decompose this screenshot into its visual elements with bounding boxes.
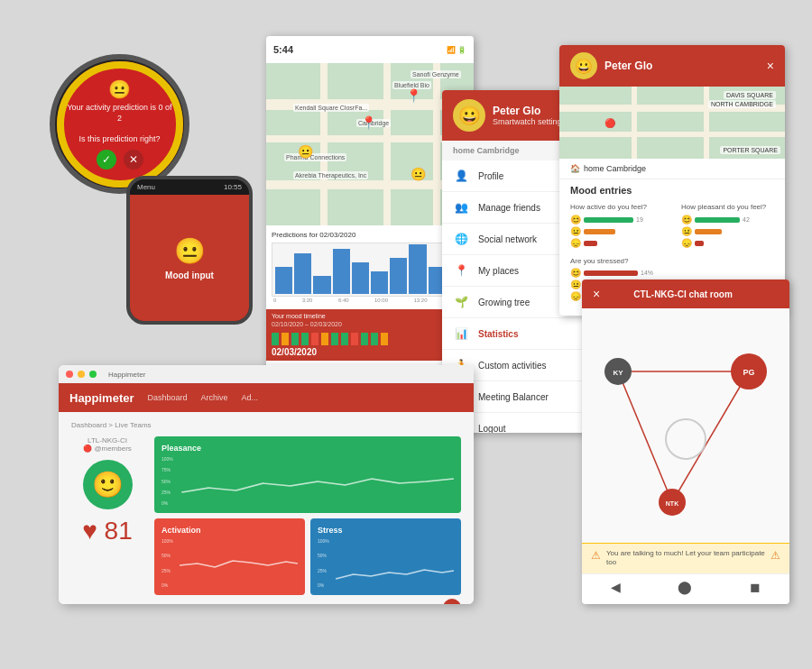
svg-line-2 bbox=[618, 371, 672, 502]
mood-location-bar: 🏠 home Cambridge bbox=[559, 159, 785, 179]
mood-location-2: NORTH CAMBRIDGE bbox=[708, 100, 776, 108]
chat-home-btn[interactable]: ⬤ bbox=[678, 580, 692, 594]
titlebar-close-dot[interactable] bbox=[66, 371, 73, 378]
dashboard-subtitle: LTL-NKG-CI🔴 @members bbox=[83, 436, 132, 453]
mood-bar-active-1 bbox=[584, 217, 633, 223]
settings-label-places: My places bbox=[478, 266, 519, 276]
settings-label-profile: Profile bbox=[478, 171, 503, 181]
map-label-4: Pharma Connections bbox=[284, 153, 346, 161]
card-activation: Activation 100% 50% 25% 0% bbox=[154, 518, 305, 595]
titlebar-maximize-dot[interactable] bbox=[89, 371, 97, 378]
mood-map-thumbnail: DAVIS SQUARE NORTH CAMBRIDGE PORTER SQUA… bbox=[559, 87, 785, 159]
dash-nav-archive[interactable]: Archive bbox=[201, 393, 228, 402]
watch1-emoji: 😐 bbox=[108, 78, 131, 100]
dashboard-logo: Happimeter bbox=[69, 391, 134, 405]
chat-close-button[interactable]: × bbox=[593, 287, 600, 301]
mood-bar-active-2 bbox=[584, 229, 615, 234]
settings-label-activities: Custom activities bbox=[478, 361, 547, 371]
settings-label-statistics: Statistics bbox=[478, 329, 518, 339]
activation-chart: 100% 50% 25% 0% bbox=[161, 538, 298, 588]
mood-bar-pleasant-3 bbox=[695, 241, 704, 246]
dash-nav-dashboard[interactable]: Dashboard bbox=[148, 393, 188, 402]
svg-line-1 bbox=[672, 371, 749, 502]
settings-name: Peter Glo bbox=[493, 105, 566, 117]
mood-bar-active-3 bbox=[584, 241, 597, 246]
svg-point-7 bbox=[666, 419, 706, 459]
settings-label-social: Social network bbox=[478, 234, 537, 244]
mood-bar-pleasant-1 bbox=[695, 217, 740, 223]
settings-label-friends: Manage friends bbox=[478, 203, 540, 213]
add-button[interactable]: + bbox=[443, 599, 461, 604]
map-date-range: 02/10/2020 – 02/03/2020 bbox=[272, 321, 468, 327]
map-time: 5:44 bbox=[273, 44, 293, 55]
tree-icon: 🌱 bbox=[453, 294, 469, 310]
map-pin-1: 📍 bbox=[406, 88, 421, 103]
map-label-2: Sanofi Genzyme bbox=[411, 70, 461, 78]
svg-text:NTK: NTK bbox=[666, 500, 678, 507]
warning-icon: ⚠ bbox=[591, 549, 601, 562]
pleasance-chart: 100% 75% 50% 25% 0% bbox=[161, 456, 454, 506]
mood-location-3: PORTER SQUARE bbox=[720, 146, 780, 154]
map-current-date: 02/03/2020 bbox=[272, 347, 468, 357]
mood-bar-pleasant-2 bbox=[695, 229, 722, 234]
watch1-check-button[interactable]: ✓ bbox=[97, 150, 116, 170]
smartwatch-2: Menu 10:55 😐 Mood input bbox=[126, 176, 253, 325]
chat-navigation: ◀ ⬤ ◼ bbox=[582, 573, 789, 600]
map-pin-3: 😐 bbox=[298, 144, 313, 159]
settings-label-tree: Growing tree bbox=[478, 298, 530, 307]
profile-icon: 👤 bbox=[453, 168, 469, 184]
mood-bar-stressed-1 bbox=[584, 270, 638, 276]
watch2-time: 10:55 bbox=[224, 183, 242, 191]
watch1-text: Your activity prediction is 0 of 2Is thi… bbox=[57, 103, 183, 145]
watch2-emoji: 😐 bbox=[174, 236, 206, 266]
watch1-cross-button[interactable]: ✕ bbox=[124, 150, 143, 170]
main-container: 😐 Your activity prediction is 0 of 2Is t… bbox=[0, 0, 812, 669]
statistics-icon: 📊 bbox=[453, 325, 469, 342]
map-pin-2: 📍 bbox=[361, 115, 376, 130]
card-stress: Stress 100% 50% 25% 0% bbox=[310, 518, 461, 595]
warning-icon-right: ⚠ bbox=[770, 549, 780, 562]
chat-recent-btn[interactable]: ◼ bbox=[750, 580, 761, 594]
map-label-5: Akrebia Therapeutics, Inc bbox=[293, 171, 368, 179]
svg-text:KY: KY bbox=[613, 369, 623, 377]
dash-nav-ad[interactable]: Ad... bbox=[242, 393, 259, 402]
mood-screen: 😀 Peter Glo × DAVIS SQUARE NORTH CAMBRID… bbox=[559, 45, 785, 316]
mood-avatar: 😀 bbox=[570, 52, 597, 79]
friends-icon: 👥 bbox=[453, 199, 469, 215]
titlebar-minimize-dot[interactable] bbox=[78, 371, 85, 378]
chat-warning: ⚠ You are talking to much! Let your team… bbox=[582, 543, 789, 573]
mood-entries-title: Mood entries bbox=[559, 179, 785, 199]
settings-avatar: 😀 bbox=[453, 99, 485, 132]
chat-warning-text: You are talking to much! Let your team p… bbox=[606, 549, 765, 568]
dashboard-face: 🙂 bbox=[83, 460, 133, 509]
card-pleasance-title: Pleasance bbox=[161, 444, 454, 453]
mood-map-pin-red: 🔴 bbox=[604, 118, 615, 128]
smartwatch-1: 😐 Your activity prediction is 0 of 2Is t… bbox=[50, 54, 189, 194]
chat-back-btn[interactable]: ◀ bbox=[611, 580, 621, 594]
watch2-mood-label: Mood input bbox=[165, 270, 214, 280]
map-label-3: Kendall Square ClosrFa... bbox=[293, 104, 369, 112]
breadcrumb: Dashboard > Live Teams bbox=[71, 421, 461, 429]
settings-label-balancer: Meeting Balancer bbox=[478, 392, 549, 402]
map-timeline-label: Your mood timeline bbox=[272, 313, 468, 319]
chat-title: CTL-NKG-CI chat room bbox=[633, 289, 732, 299]
chat-body: KY PG NTK bbox=[582, 308, 789, 543]
card-pleasance: Pleasance 100% 75% 50% 25% 0% bbox=[154, 436, 461, 513]
chat-screen: × CTL-NKG-CI chat room KY PG NTK bbox=[582, 280, 789, 604]
browser-url: Happimeter bbox=[108, 371, 145, 379]
settings-label-logout: Logout bbox=[478, 424, 506, 434]
dashboard-heart: ♥ 81 bbox=[82, 517, 133, 545]
settings-subtitle: Smartwatch settings bbox=[493, 117, 566, 126]
map-pin-4: 😐 bbox=[411, 167, 426, 181]
mood-name: Peter Glo bbox=[604, 60, 652, 72]
watch2-menu-label: Menu bbox=[137, 183, 155, 191]
map-graph-title: Predictions for 02/03/2020 bbox=[272, 231, 468, 239]
svg-text:PG: PG bbox=[743, 368, 754, 377]
card-activation-title: Activation bbox=[161, 526, 298, 535]
map-icons: 📶 🔋 bbox=[447, 46, 466, 54]
places-icon: 📍 bbox=[453, 262, 469, 279]
mood-q3: Are you stressed? bbox=[570, 257, 774, 265]
dashboard-screen: Happimeter Happimeter Dashboard Archive … bbox=[59, 365, 474, 604]
social-icon: 🌐 bbox=[453, 231, 469, 247]
mood-close-button[interactable]: × bbox=[767, 59, 774, 73]
